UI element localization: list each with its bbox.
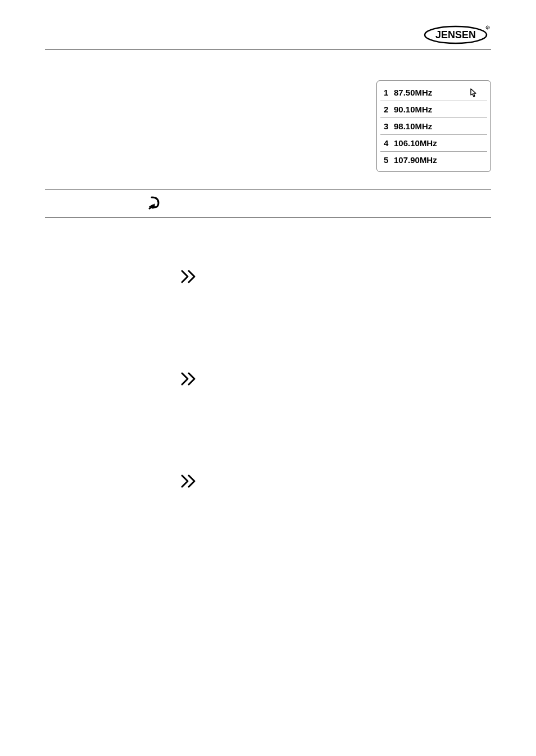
preset-number: 2 [384,105,393,114]
preset-item[interactable]: 3 98.10MHz [380,118,487,135]
brand-logo: JENSEN R [424,25,491,47]
preset-frequency: 98.10MHz [394,121,432,131]
preset-frequency: 106.10MHz [394,138,437,148]
section-divider-top [45,189,491,189]
double-chevron-right-icon [180,371,491,389]
cursor-icon [467,88,479,103]
svg-text:JENSEN: JENSEN [435,29,476,40]
section-divider-bottom [45,218,491,218]
preset-number: 3 [384,121,393,131]
preset-item[interactable]: 5 107.90MHz [380,152,487,168]
double-chevron-right-icon [180,473,491,491]
preset-frequency: 90.10MHz [394,105,432,114]
preset-frequency: 87.50MHz [394,88,432,97]
preset-list: 1 87.50MHz 2 90.10MHz 3 98.10MHz 4 106.1… [376,80,491,172]
preset-number: 5 [384,155,393,165]
preset-item[interactable]: 2 90.10MHz [380,101,487,118]
preset-number: 1 [384,88,393,97]
preset-number: 4 [384,138,393,148]
header-divider [45,49,491,49]
return-arrow-icon [146,194,163,213]
preset-item[interactable]: 1 87.50MHz [380,84,487,101]
preset-frequency: 107.90MHz [394,155,437,165]
double-chevron-right-icon [180,269,491,287]
preset-item[interactable]: 4 106.10MHz [380,135,487,152]
